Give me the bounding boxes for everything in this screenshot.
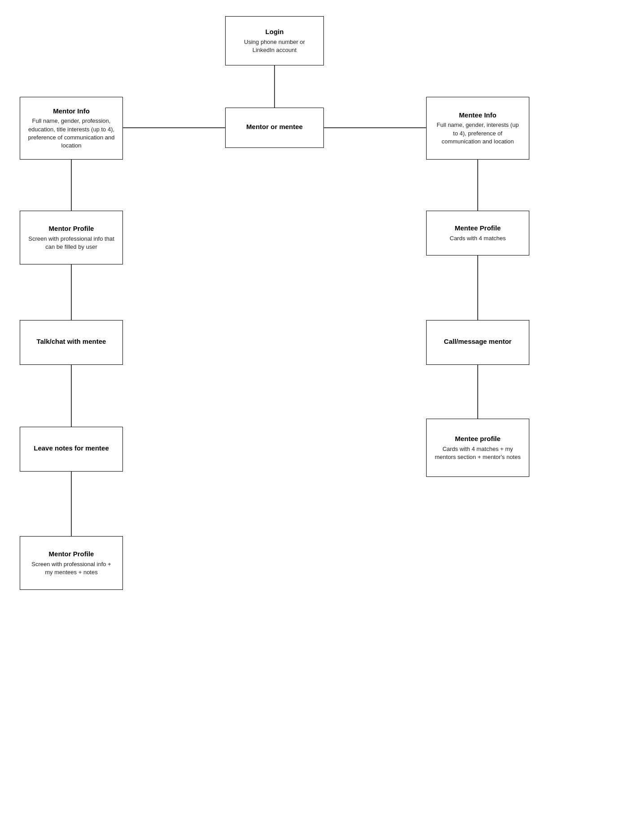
mentor-info-title: Mentor Info xyxy=(53,107,90,116)
mentee-profile2-title: Mentee profile xyxy=(455,434,501,443)
mentee-profile-node: Mentee Profile Cards with 4 matches xyxy=(426,211,529,255)
call-message-node: Call/message mentor xyxy=(426,320,529,365)
leave-notes-title: Leave notes for mentee xyxy=(34,444,109,453)
mentor-profile2-desc: Screen with professional info + my mente… xyxy=(27,560,115,576)
mentor-profile-desc: Screen with professional info that can b… xyxy=(27,235,115,251)
mentor-info-desc: Full name, gender, profession, education… xyxy=(27,117,115,150)
talk-chat-title: Talk/chat with mentee xyxy=(37,337,106,346)
call-message-title: Call/message mentor xyxy=(444,337,512,346)
mentee-info-node: Mentee Info Full name, gender, interests… xyxy=(426,97,529,160)
mentor-profile-title: Mentor Profile xyxy=(49,224,94,233)
mentor-profile2-node: Mentor Profile Screen with professional … xyxy=(20,536,123,590)
login-title: Login xyxy=(266,27,284,36)
talk-chat-node: Talk/chat with mentee xyxy=(20,320,123,365)
mentor-info-node: Mentor Info Full name, gender, professio… xyxy=(20,97,123,160)
mentor-profile2-title: Mentor Profile xyxy=(49,550,94,559)
mentee-profile-desc: Cards with 4 matches xyxy=(450,234,506,242)
diagram-container: Login Using phone number or LinkedIn acc… xyxy=(0,0,628,840)
mentee-profile2-node: Mentee profile Cards with 4 matches + my… xyxy=(426,419,529,477)
mentee-info-title: Mentee Info xyxy=(459,111,496,120)
mentor-or-mentee-node: Mentor or mentee xyxy=(225,108,324,148)
leave-notes-node: Leave notes for mentee xyxy=(20,427,123,472)
login-node: Login Using phone number or LinkedIn acc… xyxy=(225,16,324,65)
mentor-profile-node: Mentor Profile Screen with professional … xyxy=(20,211,123,264)
mentee-profile-title: Mentee Profile xyxy=(455,224,501,233)
mentee-profile2-desc: Cards with 4 matches + my mentors sectio… xyxy=(434,445,522,461)
login-desc: Using phone number or LinkedIn account xyxy=(233,38,316,54)
mentor-or-mentee-title: Mentor or mentee xyxy=(246,122,303,131)
mentee-info-desc: Full name, gender, interests (up to 4), … xyxy=(434,121,522,146)
